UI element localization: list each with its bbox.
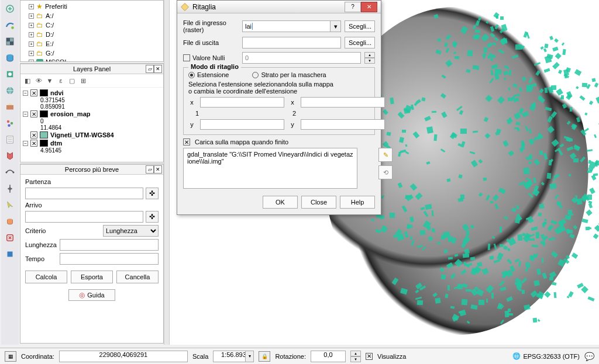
spin-down-icon[interactable]: ▼ (364, 58, 375, 64)
oracle-icon[interactable] (4, 215, 16, 228)
layer-checkbox[interactable]: ✕ (30, 140, 37, 147)
expand-icon[interactable]: + (29, 51, 34, 56)
spin-up-icon[interactable]: ▲ (350, 351, 361, 356)
load-after-checkbox[interactable]: ✕ (183, 138, 190, 145)
browser-tree[interactable]: +★Preferiti +🗀A:/ +🗀C:/ +🗀D:/ +🗀E:/ +🗀G:… (20, 1, 163, 62)
tree-item-e[interactable]: +🗀E:/ (23, 39, 161, 48)
x1-input[interactable] (200, 97, 284, 108)
null-value-input[interactable]: 0 (242, 52, 361, 64)
help-button[interactable]: ? (345, 2, 361, 12)
end-input[interactable] (25, 211, 143, 223)
expand-icon[interactable]: + (29, 41, 34, 47)
identify-icon[interactable] (4, 2, 16, 15)
null-checkbox[interactable] (183, 54, 190, 61)
gps-icon[interactable] (4, 248, 16, 261)
tree-item-c[interactable]: +🗀C:/ (23, 20, 161, 30)
add-db-icon[interactable] (4, 51, 16, 64)
browse-input-button[interactable]: Scegli... (345, 20, 375, 32)
help-button[interactable]: Help (340, 196, 375, 209)
dropdown-icon[interactable]: ▾ (330, 21, 340, 32)
eye-icon[interactable]: 👁 (34, 76, 43, 85)
node-tool-icon[interactable] (4, 166, 16, 179)
virtual-layer-icon[interactable] (4, 231, 16, 244)
add-wfs-icon[interactable] (4, 117, 16, 130)
edit-command-button[interactable]: ✎ (378, 148, 393, 162)
collapse-icon[interactable]: − (23, 141, 28, 146)
group-icon[interactable]: ▢ (67, 76, 77, 85)
close-icon[interactable]: ✕ (154, 165, 162, 174)
scale-input[interactable]: 1:56.893▾ (213, 351, 254, 362)
layer-ndvi[interactable]: −✕ndvi (23, 89, 161, 97)
layer-erosion[interactable]: −✕erosion_map (23, 110, 161, 118)
start-input[interactable] (25, 188, 143, 199)
spin-down-icon[interactable]: ▼ (350, 356, 361, 362)
add-raster-icon[interactable] (4, 35, 16, 48)
y1-input[interactable] (200, 119, 284, 130)
export-button[interactable]: Esporta (71, 271, 113, 283)
expand-icon[interactable]: + (29, 4, 34, 9)
render-checkbox[interactable]: ✕ (366, 353, 373, 360)
tree-item-d[interactable]: +🗀D:/ (23, 30, 161, 39)
expression-icon[interactable]: ε (56, 76, 66, 85)
close-button[interactable]: ✕ (361, 2, 377, 12)
undock-icon[interactable]: ▱ (146, 65, 154, 73)
filter-icon[interactable]: ▼ (45, 76, 54, 85)
radio-icon[interactable] (252, 72, 259, 78)
pick-start-button[interactable]: ✜ (146, 188, 159, 199)
input-raster-combo[interactable]: lai▾ (242, 20, 341, 32)
spin-up-icon[interactable]: ▲ (364, 52, 375, 58)
reset-command-button[interactable]: ⟲ (378, 165, 393, 179)
radio-icon[interactable] (188, 72, 195, 78)
layer-checkbox[interactable]: ✕ (30, 89, 37, 96)
layer-checkbox[interactable]: ✕ (30, 131, 37, 138)
radio-mask[interactable]: Strato per la maschera (252, 71, 326, 78)
pick-end-button[interactable]: ✜ (146, 211, 159, 223)
add-wms-icon[interactable] (4, 84, 16, 97)
length-input[interactable] (60, 239, 159, 251)
tree-item-g[interactable]: +🗀G:/ (23, 48, 161, 58)
command-textbox[interactable]: gdal_translate "G:\\SIT Promed Vineyard\… (183, 148, 357, 189)
x2-input[interactable] (301, 97, 385, 108)
rotation-input[interactable]: 0,0 (311, 351, 346, 362)
guide-button[interactable]: ◎Guida (68, 289, 115, 301)
style-icon[interactable]: ◧ (23, 76, 32, 85)
collapse-icon[interactable]: − (23, 91, 28, 96)
collapse-icon[interactable]: − (23, 112, 28, 117)
measure-icon[interactable] (4, 182, 16, 195)
radio-extent[interactable]: Estensione (188, 71, 229, 78)
criteria-select[interactable]: Lunghezza (103, 225, 159, 237)
expand-all-icon[interactable]: ⊞ (78, 76, 88, 85)
clear-button[interactable]: Cancella (116, 271, 159, 283)
scale-lock-button[interactable]: 🔒 (259, 351, 270, 362)
tree-item-a[interactable]: +🗀A:/ (23, 11, 161, 20)
panel-splitter[interactable] (164, 0, 170, 345)
coord-input[interactable]: 229080,4069291 (59, 351, 188, 362)
undock-icon[interactable]: ▱ (146, 165, 154, 174)
output-file-input[interactable] (242, 37, 341, 48)
layers-tree[interactable]: −✕ndvi 0.371545 0.859091 −✕erosion_map 0… (20, 88, 163, 155)
tree-item-preferiti[interactable]: +★Preferiti (23, 2, 161, 11)
time-input[interactable] (60, 253, 159, 265)
add-wcs-icon[interactable] (4, 100, 16, 113)
y2-input[interactable] (301, 119, 385, 130)
add-vector-icon[interactable] (4, 19, 16, 32)
toggle-extents-button[interactable]: ▦ (5, 351, 16, 362)
close-icon[interactable]: ✕ (154, 65, 162, 73)
layer-dtm[interactable]: −✕dtm (23, 139, 161, 147)
crs-button[interactable]: 🌐EPSG:32633 (OTF) (512, 352, 580, 360)
close-button[interactable]: Close (301, 196, 336, 209)
expand-icon[interactable]: + (29, 13, 34, 19)
calculate-button[interactable]: Calcola (25, 271, 67, 283)
layer-vigneti[interactable]: ✕Vigneti_UTM-WGS84 (23, 131, 161, 139)
dropdown-icon[interactable]: ▾ (245, 351, 253, 362)
browse-output-button[interactable]: Scegli... (345, 37, 375, 48)
new-shapefile-icon[interactable] (4, 150, 16, 162)
tree-item-mssql[interactable]: +MSSQL (23, 58, 161, 62)
expand-icon[interactable]: + (29, 32, 34, 37)
add-spatialite-icon[interactable] (4, 68, 16, 81)
select-icon[interactable] (4, 199, 16, 212)
layer-checkbox[interactable]: ✕ (30, 110, 37, 117)
ok-button[interactable]: OK (263, 196, 298, 209)
expand-icon[interactable]: + (29, 60, 34, 63)
messages-icon[interactable]: 💬 (584, 352, 594, 361)
